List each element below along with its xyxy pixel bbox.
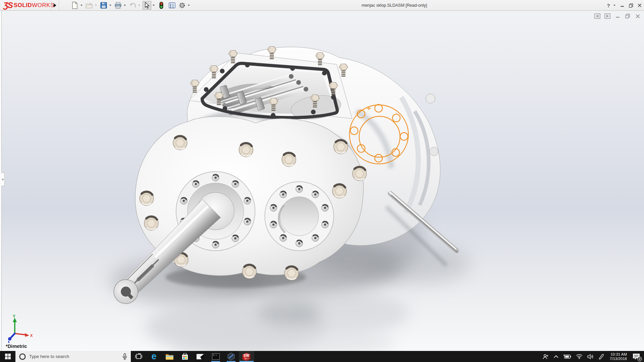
new-document-button[interactable] [70,1,79,10]
taskbar-app-edge[interactable]: e [146,351,162,362]
battery-icon [563,354,571,359]
menu-flyout-arrow[interactable] [51,0,59,11]
save-dropdown[interactable] [108,1,112,10]
options-dropdown[interactable] [186,1,191,10]
start-button[interactable] [0,351,15,362]
solidworks-logo-mark: ƷS [3,1,12,10]
restore-button[interactable] [627,0,635,11]
open-document-dropdown[interactable] [94,1,98,10]
document-title: menjac sklop.SLDASM [Read-only] [362,0,427,11]
taskbar-clock[interactable]: 10:31 AM 7/13/2018 [607,352,630,361]
splitter-dot-icon [2,179,4,180]
chevron-down-icon [80,5,83,6]
cortana-icon [19,353,26,360]
chevron-down-icon [109,5,111,6]
windows-ink-button[interactable] [596,351,607,362]
window-controls: ? [605,0,644,11]
help-dropdown[interactable] [612,1,616,10]
graphics-area[interactable]: Y X *Dimetric [0,11,644,351]
taskbar-app-file-explorer[interactable] [162,351,177,362]
task-view-button[interactable] [131,351,146,362]
taskbar-app-command-prompt[interactable]: C:\ [208,351,223,362]
select-cursor-icon [144,2,150,9]
command-prompt-icon: C:\ [212,353,220,360]
taskbar-app-store[interactable] [177,351,193,362]
windows-taskbar: e C:\ [0,351,644,362]
solidworks-logo: ƷSSOLIDWORKS [3,1,54,10]
help-button[interactable]: ? [605,3,612,8]
brand-text-bold: SOLID [14,2,32,9]
restore-icon [629,3,633,8]
save-button[interactable] [99,1,108,10]
print-button[interactable] [114,1,122,10]
pen-icon [598,354,604,359]
traffic-light-icon [159,2,163,9]
store-icon [181,353,189,360]
doc-restore-button[interactable] [624,13,631,19]
solidworks-icon-year: 2017 [245,357,249,360]
pane-left-icon [594,13,600,19]
taskbar-app-solidworks[interactable]: SW 2017 [239,351,254,362]
new-document-icon [71,2,78,9]
chevron-down-icon [153,5,155,6]
chevron-down-icon [138,5,140,6]
solidworks-icon: SW 2017 [241,352,252,361]
edge-icon: e [151,352,156,361]
pane-toggle-left-button[interactable] [594,13,601,19]
clock-time: 10:31 AM [610,352,627,357]
file-properties-button[interactable] [168,1,176,10]
select-tool-dropdown[interactable] [151,1,156,10]
taskbar-search[interactable] [15,351,131,362]
battery-button[interactable] [561,351,574,362]
undo-button[interactable] [128,1,137,10]
pane-toggle-right-button[interactable] [604,13,611,19]
minimize-button[interactable] [618,0,627,11]
rebuild-button[interactable] [157,1,166,10]
print-dropdown[interactable] [122,1,127,10]
3d-model-scene [1,11,644,351]
close-icon [636,14,640,18]
triad-y-label: Y [13,314,15,319]
select-tool-button[interactable] [143,1,151,10]
volume-button[interactable] [585,351,596,362]
chevron-down-icon [613,5,615,6]
doc-minimize-button[interactable] [614,13,621,19]
chevron-down-icon [188,5,190,6]
undo-arrow-icon [129,2,136,9]
triad-x-label: X [30,334,33,338]
taskbar-app-hexagon[interactable] [223,351,239,362]
chevron-up-icon [554,355,558,358]
search-input[interactable] [29,354,122,359]
chevron-down-icon [124,5,126,6]
secondary-flange [265,182,334,251]
doc-close-button[interactable] [634,13,641,19]
close-button[interactable] [635,0,644,11]
action-center-button[interactable]: 2 [630,351,644,362]
new-document-dropdown[interactable] [79,1,84,10]
people-button[interactable] [540,351,551,362]
document-window-controls [594,13,641,19]
wifi-button[interactable] [574,351,585,362]
file-explorer-icon [165,353,174,360]
printer-icon [114,2,122,9]
view-orientation-label: *Dimetric [6,344,27,349]
wifi-icon [576,354,583,359]
restore-icon [625,14,630,18]
windows-logo-icon [5,354,11,359]
microphone-icon[interactable] [122,353,127,360]
hidden-icons-button[interactable] [551,351,561,362]
speaker-icon [587,354,594,359]
quick-access-toolbar [70,0,192,11]
panel-splitter-handle[interactable] [1,173,5,186]
open-document-button[interactable] [85,1,94,10]
taskbar-app-mail[interactable] [193,351,208,362]
app-titlebar: ƷSSOLIDWORKS [0,0,644,11]
undo-dropdown[interactable] [137,1,141,10]
open-folder-icon [86,2,93,9]
chevron-down-icon [95,5,97,6]
minimize-icon [615,14,620,18]
orientation-triad: Y X [5,313,35,344]
file-properties-icon [169,2,175,8]
options-button[interactable] [178,1,186,10]
people-icon [542,354,549,360]
